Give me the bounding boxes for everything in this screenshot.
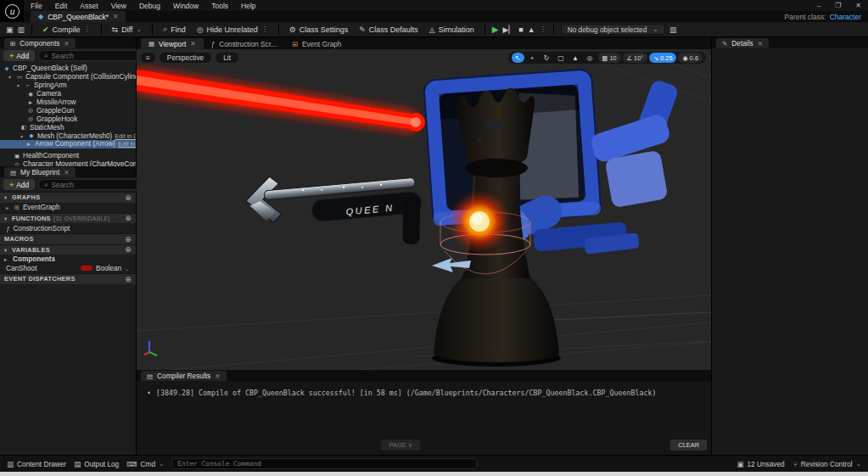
revision-control-button[interactable]: ⑂ Revision Control ⌄ (793, 460, 861, 468)
parent-class-link[interactable]: Character (830, 13, 861, 21)
close-icon[interactable]: ✕ (215, 372, 220, 380)
close-icon[interactable]: ✕ (758, 40, 763, 48)
expander-icon[interactable]: ▾ (17, 82, 22, 88)
output-log-button[interactable]: ▤ Output Log (74, 460, 119, 468)
close-icon[interactable]: ✕ (190, 40, 195, 48)
close-icon[interactable]: ✕ (64, 40, 69, 48)
menu-file[interactable]: File (31, 2, 42, 10)
hide-unrelated-options-icon[interactable]: ⋮ (261, 25, 268, 33)
browse-icon[interactable]: ▥ (18, 25, 25, 34)
component-row-grapplegun[interactable]: ◎ GrappleGun (0, 106, 136, 115)
add-macro-icon[interactable]: ⊕ (125, 235, 132, 244)
lit-button[interactable]: Lit (216, 53, 238, 63)
expander-icon[interactable]: ▸ (6, 204, 11, 210)
variable-row-canshoot[interactable]: CanShoot Boolean ⌄ (0, 263, 136, 273)
component-row-capsule[interactable]: ▾ ▭ Capsule Component (CollisionCylinder… (0, 73, 136, 81)
camera-speed-button[interactable]: ◉ 0.6 (678, 53, 703, 63)
component-row-grapplehook[interactable]: ◎ GrappleHook (0, 115, 136, 123)
component-row-camera[interactable]: ◉ Camera (0, 90, 136, 98)
close-tab-icon[interactable]: ✕ (113, 13, 118, 20)
play-button[interactable]: ▶ (492, 25, 499, 34)
component-row-missilearrow[interactable]: ► MissileArrow (0, 98, 136, 107)
variables-section-header[interactable]: ▾ VARIABLES ⊕ (0, 244, 136, 255)
compile-options-icon[interactable]: ⋮ (84, 25, 91, 33)
menu-view[interactable]: View (111, 2, 126, 10)
hide-unrelated-button[interactable]: ◎ Hide Unrelated ⋮ (193, 23, 272, 36)
find-button[interactable]: ⌕ Find (160, 23, 189, 36)
rotate-tool-button[interactable]: ↻ (540, 53, 553, 63)
console-command-input[interactable] (177, 460, 471, 468)
stop-button[interactable]: ■ (518, 25, 523, 34)
add-variable-icon[interactable]: ⊕ (125, 245, 132, 254)
frame-skip-button[interactable]: ▶▏ (503, 25, 515, 34)
save-icon[interactable]: ▣ (6, 25, 14, 34)
event-graph-item[interactable]: ▸ ⊞ EventGraph (0, 203, 136, 213)
eject-button[interactable]: ▲ (528, 25, 535, 34)
browse-debug-icon[interactable]: ▥ (669, 25, 677, 34)
world-local-toggle-button[interactable]: ◎ (584, 53, 596, 63)
content-drawer-button[interactable]: ▥ Content Drawer (7, 460, 66, 468)
menu-debug[interactable]: Debug (139, 2, 160, 10)
add-dispatcher-icon[interactable]: ⊕ (125, 275, 132, 283)
page-button[interactable]: PAGE ∨ (382, 440, 420, 451)
add-component-button[interactable]: + Add (3, 50, 35, 61)
edit-in-cpp-link[interactable]: Edit in C++ (118, 140, 136, 148)
expander-icon[interactable]: ▸ (4, 256, 9, 262)
rotation-snap-button[interactable]: ∠ 10° (623, 53, 648, 63)
tab-my-blueprint[interactable]: ▤ My Blueprint ✕ (4, 167, 76, 177)
close-button[interactable]: ✕ (855, 2, 861, 9)
menu-help[interactable]: Help (241, 2, 255, 10)
tab-compiler-results[interactable]: ▤ Compiler Results ✕ (141, 371, 227, 381)
add-graph-icon[interactable]: ⊕ (125, 193, 132, 202)
menu-window[interactable]: Window (173, 2, 199, 10)
menu-edit[interactable]: Edit (55, 2, 68, 10)
variables-components-category[interactable]: ▸ Components (0, 255, 136, 263)
add-function-icon[interactable]: ⊕ (125, 214, 132, 222)
menu-tools[interactable]: Tools (211, 2, 228, 10)
component-row-staticmesh[interactable]: ◧ StaticMesh (0, 123, 136, 132)
graphs-section-header[interactable]: ▾ GRAPHS ⊕ (0, 192, 136, 203)
macros-section-header[interactable]: MACROS ⊕ (0, 233, 136, 244)
simulation-button[interactable]: ◬ Simulation (426, 23, 478, 36)
surface-snap-button[interactable]: ▲ (569, 53, 582, 63)
debug-object-select[interactable]: No debug object selected ⌄ (561, 24, 665, 35)
class-settings-button[interactable]: ⚙ Class Settings (286, 23, 352, 36)
add-blueprint-item-button[interactable]: + Add (3, 179, 35, 190)
asset-tab[interactable]: ◆ CBP_QueenBlack* ✕ (31, 11, 126, 22)
class-defaults-button[interactable]: ✎ Class Defaults (356, 23, 422, 36)
my-blueprint-search-input[interactable] (52, 181, 145, 189)
viewport-menu-icon[interactable]: ≡ (141, 53, 155, 63)
tab-details[interactable]: ✎ Details ✕ (716, 38, 769, 48)
tab-construction-script[interactable]: ƒ Construction Scr... (204, 38, 284, 49)
component-row-arrow-selected[interactable]: ► Arrow Component (Arrow) Edit in C++ (0, 140, 136, 148)
restore-button[interactable]: ❐ (835, 2, 841, 9)
edit-in-cpp-link[interactable]: Edit in C++ (115, 132, 136, 140)
cmd-selector[interactable]: ⌨ Cmd ⌄ (126, 460, 164, 468)
expander-icon[interactable]: ▾ (8, 74, 14, 80)
scale-snap-button[interactable]: ↘ 0.25 (649, 53, 676, 63)
scale-tool-button[interactable]: ▢ (555, 53, 568, 63)
move-tool-button[interactable]: + (526, 53, 539, 63)
play-options-icon[interactable]: ⋮ (540, 25, 546, 33)
component-row-self[interactable]: ◈ CBP_QueenBlack (Self) (0, 64, 136, 73)
tab-components[interactable]: ⊞ Components ✕ (4, 38, 76, 48)
clear-button[interactable]: CLEAR (670, 440, 707, 451)
compile-button[interactable]: ✔ Compile ⋮ (39, 23, 94, 36)
unsaved-button[interactable]: ▣ 12 Unsaved (736, 460, 784, 468)
minimize-button[interactable]: – (817, 2, 820, 9)
tab-viewport[interactable]: ▦ Viewport ✕ (141, 38, 204, 49)
component-row-mesh[interactable]: ▾ ◆ Mesh (CharacterMesh0) Edit in C++ (0, 132, 136, 140)
menu-asset[interactable]: Asset (80, 2, 98, 10)
grid-snap-button[interactable]: ▦ 10 (598, 53, 621, 63)
compiler-log-line[interactable]: • [3849.28] Compile of CBP_QueenBlack su… (137, 381, 711, 405)
component-row-springarm[interactable]: ▾ ⌐ SpringArm (0, 81, 136, 90)
components-search-input[interactable] (52, 52, 145, 60)
functions-section-header[interactable]: ▾ FUNCTIONS (31 OVERRIDABLE) ⊕ (0, 213, 136, 224)
expander-icon[interactable]: ▾ (20, 133, 25, 139)
component-row-health[interactable]: ▣ HealthComponent (0, 152, 136, 160)
event-dispatchers-section-header[interactable]: EVENT DISPATCHERS ⊕ (0, 273, 136, 284)
close-icon[interactable]: ✕ (64, 169, 69, 176)
perspective-button[interactable]: Perspective (160, 53, 211, 63)
diff-button[interactable]: ⇆ Diff ⌄ (109, 23, 146, 36)
visibility-chevron-icon[interactable]: ⌄ (125, 266, 130, 272)
